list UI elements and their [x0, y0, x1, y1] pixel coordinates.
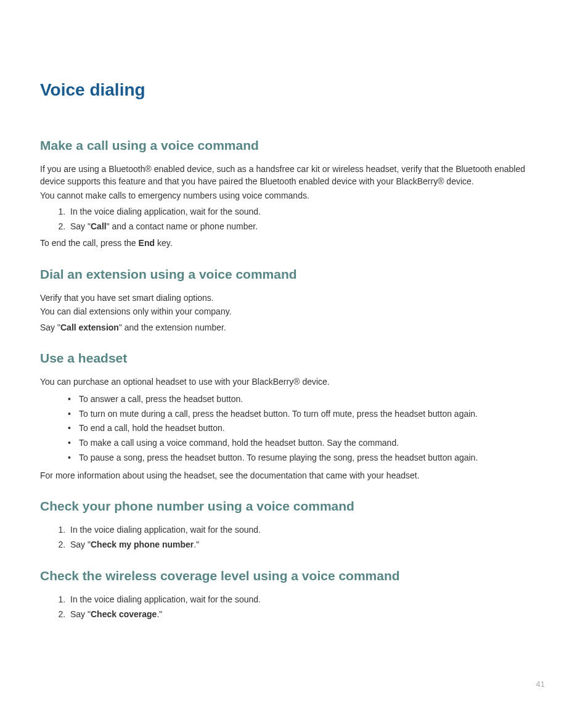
section-heading-use-headset: Use a headset — [40, 351, 548, 366]
list-item: To answer a call, press the headset butt… — [68, 392, 548, 407]
ordered-steps: In the voice dialing application, wait f… — [68, 523, 548, 551]
list-item: To turn on mute during a call, press the… — [68, 407, 548, 422]
section-heading-check-number: Check your phone number using a voice co… — [40, 499, 548, 514]
list-item: In the voice dialing application, wait f… — [68, 523, 548, 537]
list-item: Say "Check my phone number." — [68, 538, 548, 552]
body-text: Say "Call extension" and the extension n… — [40, 321, 548, 334]
section-heading-make-call: Make a call using a voice command — [40, 138, 548, 153]
bold-term: End — [139, 238, 155, 248]
bold-term: Call extension — [60, 322, 119, 332]
body-text: Verify that you have set smart dialing o… — [40, 292, 548, 304]
list-item: To end a call, hold the headset button. — [68, 421, 548, 436]
bold-term: Call — [91, 221, 107, 231]
body-text: You cannot make calls to emergency numbe… — [40, 189, 548, 202]
page-title: Voice dialing — [40, 80, 548, 100]
list-item: In the voice dialing application, wait f… — [68, 593, 548, 607]
body-text: For more information about using the hea… — [40, 469, 548, 482]
list-item: In the voice dialing application, wait f… — [68, 205, 548, 219]
body-text: You can purchase an optional headset to … — [40, 376, 548, 388]
section-heading-dial-extension: Dial an extension using a voice command — [40, 267, 548, 282]
list-item: To pause a song, press the headset butto… — [68, 451, 548, 466]
bold-term: Check my phone number — [91, 540, 194, 549]
list-item: Say "Call" and a contact name or phone n… — [68, 220, 548, 234]
list-item: To make a call using a voice command, ho… — [68, 436, 548, 451]
section-heading-check-coverage: Check the wireless coverage level using … — [40, 568, 548, 583]
bullet-list: To answer a call, press the headset butt… — [68, 392, 548, 466]
body-text: If you are using a Bluetooth® enabled de… — [40, 163, 548, 188]
body-text: To end the call, press the End key. — [40, 237, 548, 249]
document-page: Voice dialing Make a call using a voice … — [0, 0, 588, 662]
list-item: Say "Check coverage." — [68, 608, 548, 622]
page-number: 41 — [536, 679, 545, 689]
bold-term: Check coverage — [91, 609, 157, 619]
ordered-steps: In the voice dialing application, wait f… — [68, 593, 548, 621]
body-text: You can dial extensions only within your… — [40, 305, 548, 318]
ordered-steps: In the voice dialing application, wait f… — [68, 205, 548, 233]
